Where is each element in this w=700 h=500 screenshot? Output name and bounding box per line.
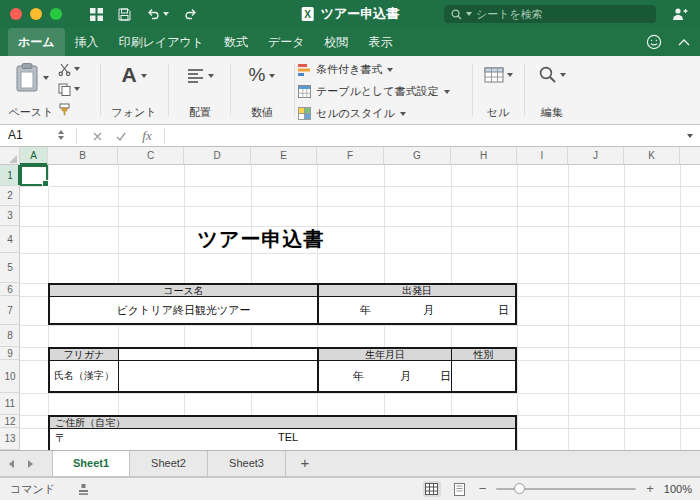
formula-bar-divider — [76, 128, 77, 144]
column-header-a[interactable]: A — [20, 147, 48, 165]
column-header-j[interactable]: J — [568, 147, 624, 165]
column-header-b[interactable]: B — [48, 147, 118, 165]
zoom-in-button[interactable]: + — [646, 479, 654, 499]
selected-cell-a1[interactable] — [20, 165, 48, 186]
number-group[interactable]: % 数値 — [234, 60, 290, 120]
page-layout-view-button[interactable] — [451, 481, 469, 497]
document-title-cell[interactable]: ツアー申込書 — [141, 226, 381, 252]
zoom-slider[interactable] — [496, 488, 636, 490]
insert-function-button[interactable]: fx — [136, 125, 158, 147]
cell-styles-button[interactable]: セルのスタイル — [298, 106, 468, 121]
gridline-vertical — [680, 165, 681, 450]
row-header-11[interactable]: 11 — [0, 393, 20, 415]
row-header-12[interactable]: 12 — [0, 415, 20, 428]
course-table[interactable]: コース名 出発日 ビクトリア終日観光ツアー 年 月 日 — [48, 283, 517, 325]
undo-caret-icon — [163, 12, 169, 16]
share-user-icon[interactable] — [672, 7, 688, 21]
formula-bar-expand-icon[interactable] — [687, 134, 693, 138]
column-header-f[interactable]: F — [317, 147, 384, 165]
fullscreen-window-button[interactable] — [50, 8, 62, 20]
app-grid-icon[interactable] — [90, 8, 103, 21]
format-as-table-button[interactable]: テーブルとして書式設定 — [298, 84, 468, 99]
row-header-8[interactable]: 8 — [0, 325, 20, 347]
row-header-10[interactable]: 10 — [0, 360, 20, 393]
ribbon-tab-view[interactable]: 表示 — [359, 28, 403, 56]
column-header-d[interactable]: D — [184, 147, 251, 165]
gridline-horizontal — [20, 393, 700, 394]
address-table[interactable]: ご住所（自宅） 〒 TEL — [48, 415, 517, 450]
column-header-h[interactable]: H — [451, 147, 517, 165]
ribbon-tab-page-layout[interactable]: 印刷レイアウト — [109, 28, 214, 56]
redo-icon[interactable] — [184, 8, 198, 20]
confirm-entry-button[interactable] — [110, 125, 132, 147]
prev-sheet-icon[interactable] — [8, 459, 15, 469]
name-box-stepper[interactable] — [58, 130, 64, 140]
name-label-cell[interactable]: 氏名（漢字） — [50, 361, 118, 391]
row-header-4[interactable]: 4 — [0, 226, 20, 253]
select-all-corner[interactable] — [0, 147, 20, 165]
ribbon-tab-insert[interactable]: 挿入 — [65, 28, 109, 56]
column-header-k[interactable]: K — [624, 147, 680, 165]
course-name-header-cell[interactable]: コース名 — [50, 285, 317, 296]
cells-group[interactable]: セル — [476, 60, 520, 120]
collapse-ribbon-icon[interactable] — [678, 39, 690, 46]
paste-group[interactable]: ペースト — [6, 60, 56, 120]
font-group[interactable]: A フォント — [104, 60, 164, 120]
sheet-tab-sheet1[interactable]: Sheet1 — [52, 451, 130, 476]
row-header-7[interactable]: 7 — [0, 296, 20, 325]
search-box[interactable]: シートを検索 — [444, 5, 656, 23]
zoom-slider-knob[interactable] — [514, 483, 525, 494]
row-header-2[interactable]: 2 — [0, 186, 20, 206]
furigana-header-cell[interactable]: フリガナ — [50, 349, 118, 360]
course-value-cell[interactable]: ビクトリア終日観光ツアー — [50, 297, 317, 323]
row-header-6[interactable]: 6 — [0, 283, 20, 296]
name-box[interactable]: A1 — [8, 125, 23, 146]
editing-group[interactable]: 編集 — [528, 60, 576, 120]
name-table[interactable]: フリガナ 生年月日 性別 氏名（漢字） 年 月 日 — [48, 347, 517, 393]
copy-button[interactable] — [58, 82, 94, 96]
column-header-c[interactable]: C — [118, 147, 184, 165]
status-tool-icon[interactable] — [77, 483, 90, 496]
gender-header-cell[interactable]: 性別 — [452, 349, 515, 360]
cut-button[interactable] — [58, 62, 94, 76]
format-painter-button[interactable] — [58, 102, 94, 116]
ribbon-tab-review[interactable]: 校閲 — [315, 28, 359, 56]
sheet-tab-sheet2[interactable]: Sheet2 — [130, 451, 208, 476]
row-header-5[interactable]: 5 — [0, 253, 20, 283]
day-unit-label: 日 — [440, 361, 451, 391]
next-sheet-icon[interactable] — [27, 459, 34, 469]
close-window-button[interactable] — [10, 8, 22, 20]
zoom-out-button[interactable]: − — [479, 479, 487, 499]
column-header-i[interactable]: I — [517, 147, 568, 165]
add-sheet-button[interactable]: + — [292, 451, 318, 475]
page-layout-view-icon — [454, 483, 465, 496]
feedback-smiley-icon[interactable] — [646, 34, 662, 50]
departure-date-header-cell[interactable]: 出発日 — [319, 285, 515, 296]
normal-view-button[interactable] — [423, 481, 441, 497]
birthdate-header-cell[interactable]: 生年月日 — [319, 349, 451, 360]
conditional-formatting-icon — [298, 63, 311, 76]
save-icon[interactable] — [118, 8, 131, 21]
row-header-1[interactable]: 1 — [0, 165, 20, 186]
ribbon-tabs: ホーム挿入印刷レイアウト数式データ校閲表示 — [8, 28, 403, 56]
address-header-cell[interactable]: ご住所（自宅） — [50, 417, 515, 428]
ribbon-tab-data[interactable]: データ — [258, 28, 315, 56]
row-header-3[interactable]: 3 — [0, 206, 20, 226]
formula-input[interactable] — [170, 125, 676, 147]
undo-button[interactable] — [146, 8, 169, 20]
ribbon-tab-home[interactable]: ホーム — [8, 28, 65, 56]
column-header-g[interactable]: G — [384, 147, 451, 165]
grid-body[interactable]: ツアー申込書 コース名 出発日 ビクトリア終日観光ツアー 年 月 日 フリガナ … — [20, 165, 700, 450]
minimize-window-button[interactable] — [30, 8, 42, 20]
column-header-e[interactable]: E — [251, 147, 317, 165]
cell-styles-label: セルのスタイル — [316, 106, 395, 121]
search-scope-caret-icon — [466, 12, 472, 16]
alignment-group[interactable]: 配置 — [172, 60, 228, 120]
conditional-formatting-button[interactable]: 条件付き書式 — [298, 62, 468, 77]
sheet-tab-sheet3[interactable]: Sheet3 — [208, 451, 286, 476]
row-header-9[interactable]: 9 — [0, 347, 20, 360]
ribbon-tab-formulas[interactable]: 数式 — [214, 28, 258, 56]
row-header-13[interactable]: 13 — [0, 428, 20, 450]
cancel-entry-button[interactable] — [86, 125, 108, 147]
sheet-nav-arrows — [8, 451, 34, 476]
